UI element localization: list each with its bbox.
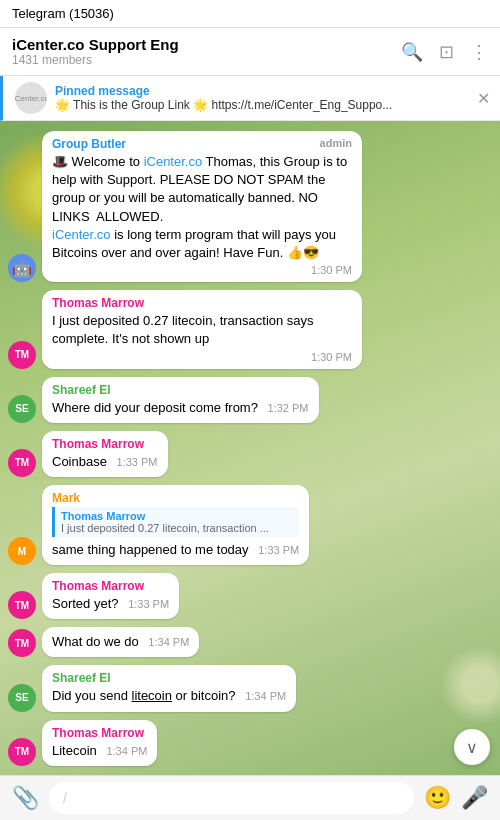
- admin-tag: admin: [320, 137, 352, 149]
- link: iCenter.co: [144, 154, 203, 169]
- message-time: 1:30 PM: [311, 264, 352, 276]
- avatar: TM: [8, 341, 36, 369]
- avatar: TM: [8, 629, 36, 657]
- message-row: SE Shareef El Where did your deposit com…: [8, 377, 492, 423]
- message-text: Coinbase 1:33 PM: [52, 453, 158, 471]
- message-meta: 1:30 PM: [52, 351, 352, 363]
- message-time: 1:33 PM: [258, 544, 299, 556]
- message-row: TM Thomas Marrow Sorted yet? 1:33 PM: [8, 573, 492, 619]
- pinned-content: Pinned message 🌟 This is the Group Link …: [55, 84, 469, 112]
- message-text: Where did your deposit come from? 1:32 P…: [52, 399, 309, 417]
- emoji-icon[interactable]: 🙂: [424, 785, 451, 811]
- scroll-to-bottom-button[interactable]: ∨: [454, 729, 490, 765]
- message-row: TM Thomas Marrow Litecoin 1:34 PM: [8, 720, 492, 766]
- attach-icon[interactable]: 📎: [12, 785, 39, 811]
- link: iCenter.co: [52, 227, 111, 242]
- message-bubble: Thomas Marrow Litecoin 1:34 PM: [42, 720, 157, 766]
- search-icon[interactable]: 🔍: [401, 41, 423, 63]
- reply-author: Thomas Marrow: [61, 510, 293, 522]
- message-time: 1:34 PM: [148, 636, 189, 648]
- message-bubble: Shareef El Did you send litecoin or bitc…: [42, 665, 296, 711]
- message-text: Sorted yet? 1:33 PM: [52, 595, 169, 613]
- mic-icon[interactable]: 🎤: [461, 785, 488, 811]
- message-input-bar: 📎 / 🙂 🎤: [0, 775, 500, 820]
- message-row: TM What do we do 1:34 PM: [8, 627, 492, 657]
- message-time: 1:32 PM: [268, 402, 309, 414]
- reply-quote: Thomas Marrow I just deposited 0.27 lite…: [52, 507, 299, 537]
- message-time: 1:33 PM: [117, 456, 158, 468]
- sender-name: Thomas Marrow: [52, 726, 147, 740]
- sender-name: Group Butler admin: [52, 137, 352, 151]
- message-text: I just deposited 0.27 litecoin, transact…: [52, 312, 352, 348]
- input-right-icons: 🙂 🎤: [424, 785, 488, 811]
- message-bubble: Thomas Marrow I just deposited 0.27 lite…: [42, 290, 362, 368]
- message-bubble: Shareef El Where did your deposit come f…: [42, 377, 319, 423]
- avatar: TM: [8, 591, 36, 619]
- input-placeholder: /: [63, 790, 394, 806]
- message-bubble: Group Butler admin 🎩 Welcome to iCenter.…: [42, 131, 362, 282]
- message-text: Litecoin 1:34 PM: [52, 742, 147, 760]
- sender-name: Thomas Marrow: [52, 437, 158, 451]
- pinned-close-button[interactable]: ✕: [477, 89, 490, 108]
- message-row: M Mark Thomas Marrow I just deposited 0.…: [8, 485, 492, 565]
- more-options-icon[interactable]: ⋮: [470, 41, 488, 63]
- message-time: 1:30 PM: [311, 351, 352, 363]
- avatar: 🤖: [8, 254, 36, 282]
- chat-header: iCenter.co Support Eng 1431 members 🔍 ⊡ …: [0, 28, 500, 76]
- header-actions: 🔍 ⊡ ⋮: [401, 41, 488, 63]
- chat-title[interactable]: iCenter.co Support Eng: [12, 36, 391, 53]
- sender-name: Thomas Marrow: [52, 579, 169, 593]
- sender-name: Shareef El: [52, 383, 309, 397]
- avatar: M: [8, 537, 36, 565]
- message-row: 🤖 Group Butler admin 🎩 Welcome to iCente…: [8, 131, 492, 282]
- message-bubble: Thomas Marrow Sorted yet? 1:33 PM: [42, 573, 179, 619]
- message-time: 1:33 PM: [128, 598, 169, 610]
- avatar: TM: [8, 449, 36, 477]
- status-bar: Telegram (15036): [0, 0, 500, 28]
- avatar: TM: [8, 738, 36, 766]
- layout-icon[interactable]: ⊡: [439, 41, 454, 63]
- sender-name: Mark: [52, 491, 299, 505]
- message-meta: 1:30 PM: [52, 264, 352, 276]
- chat-header-info: iCenter.co Support Eng 1431 members: [12, 36, 391, 67]
- member-count: 1431 members: [12, 53, 391, 67]
- message-row: SE Shareef El Did you send litecoin or b…: [8, 665, 492, 711]
- message-text: same thing happened to me today 1:33 PM: [52, 541, 299, 559]
- pinned-text: 🌟 This is the Group Link 🌟 https://t.me/…: [55, 98, 469, 112]
- message-bubble: Thomas Marrow Coinbase 1:33 PM: [42, 431, 168, 477]
- message-text: Did you send litecoin or bitcoin? 1:34 P…: [52, 687, 286, 705]
- chat-messages-area: 🤖 Group Butler admin 🎩 Welcome to iCente…: [0, 121, 500, 775]
- pinned-label: Pinned message: [55, 84, 469, 98]
- pinned-message-bar[interactable]: iCenter.co Pinned message 🌟 This is the …: [0, 76, 500, 121]
- avatar: SE: [8, 684, 36, 712]
- avatar: SE: [8, 395, 36, 423]
- message-bubble: Mark Thomas Marrow I just deposited 0.27…: [42, 485, 309, 565]
- message-row: TM Thomas Marrow I just deposited 0.27 l…: [8, 290, 492, 368]
- sender-name: Shareef El: [52, 671, 286, 685]
- sender-name: Thomas Marrow: [52, 296, 352, 310]
- reply-text: I just deposited 0.27 litecoin, transact…: [61, 522, 293, 534]
- message-time: 1:34 PM: [106, 745, 147, 757]
- pinned-channel-avatar: iCenter.co: [15, 82, 47, 114]
- status-bar-title: Telegram (15036): [12, 6, 114, 21]
- chevron-down-icon: ∨: [466, 738, 478, 757]
- message-bubble: What do we do 1:34 PM: [42, 627, 199, 657]
- messages-list: 🤖 Group Butler admin 🎩 Welcome to iCente…: [8, 131, 492, 770]
- message-row: TM Thomas Marrow Coinbase 1:33 PM: [8, 431, 492, 477]
- message-text: 🎩 Welcome to iCenter.co Thomas, this Gro…: [52, 153, 352, 262]
- message-text: What do we do 1:34 PM: [52, 633, 189, 651]
- message-input-field[interactable]: /: [49, 782, 414, 814]
- message-time: 1:34 PM: [245, 690, 286, 702]
